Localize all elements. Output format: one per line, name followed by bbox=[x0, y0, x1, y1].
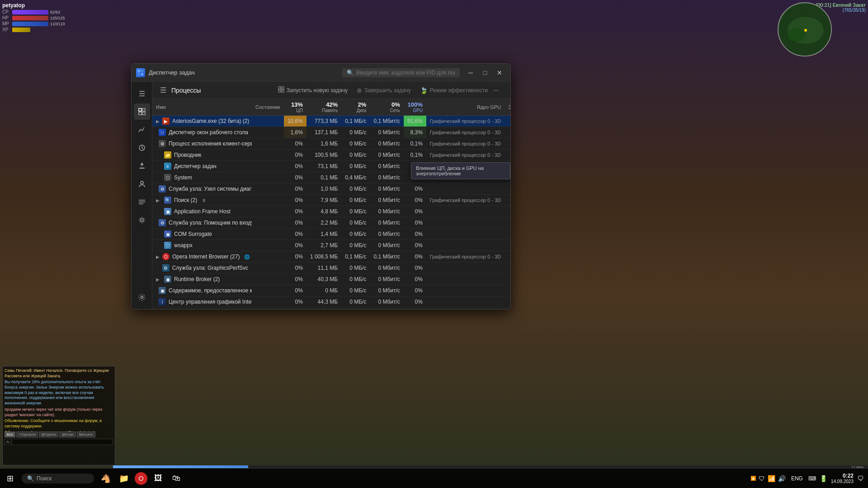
taskbar-opera-icon[interactable]: O bbox=[135, 472, 147, 485]
col-header-energy[interactable]: Энер... bbox=[505, 99, 510, 116]
expand-arrow[interactable]: ▶ bbox=[156, 119, 160, 124]
process-network-cell: 0 Мбит/с bbox=[370, 161, 403, 172]
sidebar-item-services[interactable] bbox=[134, 212, 150, 228]
taskbar-store-icon[interactable]: 🛍 bbox=[169, 471, 184, 486]
svg-rect-20 bbox=[278, 87, 281, 89]
taskbar-search[interactable]: 🔍 Поиск bbox=[22, 474, 94, 483]
chat-tab-alliance[interactable]: $Альянс bbox=[77, 432, 95, 437]
expand-arrow[interactable]: ▶ bbox=[156, 198, 161, 203]
process-name-cell: ⚙Служба узла: GraphicsPerfSvc bbox=[152, 263, 252, 274]
sidebar-item-details[interactable] bbox=[134, 194, 150, 210]
table-row[interactable]: 📁Проводник0%100,5 МБ0 МБ/с0 Мбит/с0,1%Гр… bbox=[152, 150, 510, 161]
chat-tab-all[interactable]: Все bbox=[5, 432, 15, 437]
process-memory-cell: 1,0 МБ bbox=[307, 183, 341, 195]
hamburger-menu-icon[interactable]: ☰ bbox=[157, 84, 170, 97]
col-header-memory[interactable]: 42% Память bbox=[307, 99, 341, 116]
process-network-cell: 0 Мбит/с bbox=[370, 150, 403, 161]
taskbar-app-icons: 🐴 📁 O 🖼 🛍 bbox=[99, 471, 184, 486]
network-badge: 🌐 bbox=[244, 254, 250, 259]
chat-message-1: Семь Печатей: Ивент Начался. Поговорите … bbox=[5, 368, 113, 379]
process-disk-cell: 0,4 МБ/с bbox=[341, 172, 370, 183]
table-row[interactable]: ▣Application Frame Host0%4,8 МБ0 МБ/с0 М… bbox=[152, 206, 510, 217]
col-header-state[interactable]: Состояние bbox=[252, 99, 284, 116]
expand-arrow[interactable]: ▶ bbox=[156, 254, 160, 259]
tray-shield-icon[interactable]: 🛡 bbox=[759, 475, 765, 482]
process-energy-placeholder-cell bbox=[505, 138, 510, 150]
process-disk-cell: 0,1 МБ/с bbox=[341, 116, 370, 127]
table-row[interactable]: ⚙Служба узла: Помощник по входу в уч...0… bbox=[152, 217, 510, 229]
col-header-network[interactable]: 0% Сеть bbox=[370, 99, 403, 116]
table-row[interactable]: □Диспетчер окон рабочего стола1,6%137,1 … bbox=[152, 127, 510, 138]
table-row[interactable]: ⚙Процесс исполнения клиент-сервер0%1,6 М… bbox=[152, 138, 510, 150]
process-state-cell bbox=[252, 127, 284, 138]
expand-arrow[interactable]: ▶ bbox=[156, 277, 161, 282]
table-row[interactable]: ▣Содержимое, предоставленное корпор...⏸0… bbox=[152, 285, 510, 296]
chat-tab-clan[interactable]: @Клан bbox=[59, 432, 75, 437]
keyboard-icon[interactable]: ⌨ bbox=[808, 475, 816, 482]
table-row[interactable]: ⬡wsappx0%2,7 МБ0 МБ/с0 Мбит/с0%Очень низ… bbox=[152, 240, 510, 251]
chat-input[interactable] bbox=[12, 439, 113, 445]
process-gpu-engine-cell bbox=[426, 206, 505, 217]
table-row[interactable]: NNVIDIA Container0%45,5 МБ0 МБ/с0 Мбит/с… bbox=[152, 308, 510, 310]
process-memory-cell: 44,3 МБ bbox=[307, 296, 341, 308]
minimize-button[interactable]: ─ bbox=[464, 66, 477, 79]
start-task-icon bbox=[278, 86, 284, 94]
col-header-disk[interactable]: 2% Диск bbox=[341, 99, 370, 116]
process-name-text: Служба узла: GraphicsPerfSvc bbox=[172, 265, 248, 271]
end-task-button[interactable]: ⊗ Завершить задачу bbox=[353, 85, 415, 96]
table-row[interactable]: ▣COM Surrogate0%1,4 МБ0 МБ/с0 Мбит/с0%Оч… bbox=[152, 229, 510, 240]
table-row[interactable]: ▶🔍Поиск (2)⏸0%7,9 МБ0 МБ/с0 Мбит/с0%Граф… bbox=[152, 195, 510, 206]
col-header-gpu-engine[interactable]: Ядро GPU bbox=[426, 99, 505, 116]
process-gpu-engine-cell: Графический процессор 0 - 3D bbox=[426, 138, 505, 150]
sidebar-item-menu[interactable]: ☰ bbox=[134, 85, 150, 102]
maximize-button[interactable]: □ bbox=[479, 66, 491, 79]
chat-tab-trade[interactable]: +Торговля bbox=[16, 432, 38, 437]
taskbar-horse-icon[interactable]: 🐴 bbox=[99, 471, 113, 486]
process-name-text: Runtime Broker (2) bbox=[174, 276, 220, 282]
process-cpu-cell: 0% bbox=[284, 172, 307, 183]
sidebar-item-startup[interactable] bbox=[134, 158, 150, 174]
process-memory-cell: 7,9 МБ bbox=[307, 195, 341, 206]
task-manager-search[interactable]: 🔍 bbox=[342, 68, 460, 77]
tray-arrow-icon[interactable]: 🔼 bbox=[750, 476, 756, 481]
close-button[interactable]: ✕ bbox=[493, 66, 506, 79]
process-disk-cell: 0 МБ/с bbox=[341, 183, 370, 195]
taskbar-language[interactable]: ENG bbox=[791, 475, 803, 482]
sidebar-item-settings[interactable] bbox=[134, 289, 150, 305]
tray-wifi-icon[interactable]: 📶 bbox=[768, 475, 775, 482]
process-state-cell bbox=[252, 308, 284, 310]
col-header-name[interactable]: Имя bbox=[152, 99, 252, 116]
process-icon: □ bbox=[159, 129, 166, 136]
table-row[interactable]: iЦентр управления графикой Intel® (3)0%4… bbox=[152, 296, 510, 308]
table-row[interactable]: ⚙Служба узла: GraphicsPerfSvc0%11,1 МБ0 … bbox=[152, 263, 510, 274]
search-input[interactable] bbox=[356, 70, 455, 76]
start-task-button[interactable]: Запустить новую задачу bbox=[274, 84, 351, 96]
notifications-icon[interactable]: 🗨 bbox=[857, 475, 863, 482]
efficiency-button[interactable]: 🍃 Режим эффективности bbox=[416, 85, 491, 96]
xp-label: XP bbox=[2, 27, 10, 32]
process-table-container[interactable]: Имя Состояние 13% ЦП 42% Память bbox=[152, 99, 510, 309]
process-name-cell: iЦентр управления графикой Intel® (3) bbox=[152, 296, 252, 308]
more-options-button[interactable]: ⋯ bbox=[493, 87, 506, 94]
battery-icon[interactable]: 🔋 bbox=[820, 475, 827, 482]
col-header-cpu[interactable]: 13% ЦП bbox=[284, 99, 307, 116]
process-disk-cell: 0 МБ/с bbox=[341, 195, 370, 206]
process-state-cell bbox=[252, 251, 284, 263]
table-row[interactable]: ▶▶AsteriosGame.exe (32 бита) (2)10,6%773… bbox=[152, 116, 510, 127]
process-energy-placeholder-cell bbox=[505, 240, 510, 251]
tray-sound-icon[interactable]: 🔊 bbox=[778, 475, 786, 482]
process-gpu-cell: 0% bbox=[404, 296, 426, 308]
chat-tab-group[interactable]: @Группа bbox=[39, 432, 58, 437]
process-gpu-engine-cell bbox=[426, 296, 505, 308]
table-row[interactable]: ▶▣Runtime Broker (2)0%40,3 МБ0 МБ/с0 Мби… bbox=[152, 274, 510, 285]
sidebar-item-processes[interactable] bbox=[134, 103, 150, 120]
col-header-gpu[interactable]: 100% GPU bbox=[404, 99, 426, 116]
start-button[interactable]: ⊞ bbox=[0, 469, 20, 488]
taskbar-photos-icon[interactable]: 🖼 bbox=[151, 471, 165, 486]
sidebar-item-history[interactable] bbox=[134, 140, 150, 156]
table-row[interactable]: ⚙Служба узла: Узел системы диагностики0%… bbox=[152, 183, 510, 195]
taskbar-folder-icon[interactable]: 📁 bbox=[117, 471, 131, 486]
table-row[interactable]: ▶OOpera Internet Browser (27)🌐0%1 008,5 … bbox=[152, 251, 510, 263]
sidebar-item-performance[interactable] bbox=[134, 122, 150, 138]
sidebar-item-users[interactable] bbox=[134, 176, 150, 192]
